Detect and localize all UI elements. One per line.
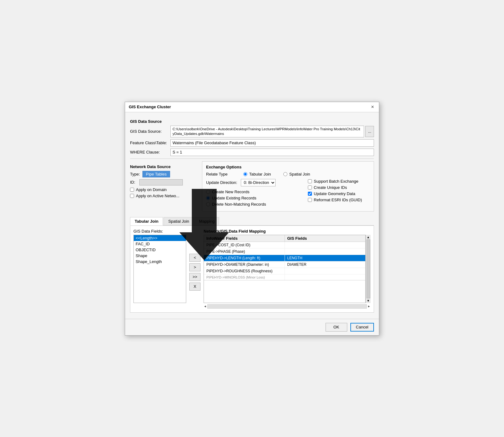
mapping-cell-gis bbox=[285, 242, 366, 248]
browse-button[interactable]: ... bbox=[365, 126, 374, 137]
mapping-cell-gis: LENGTH bbox=[285, 255, 366, 261]
feature-class-input[interactable] bbox=[170, 139, 374, 147]
where-clause-label: WHERE Clause: bbox=[130, 150, 170, 154]
tabular-join-radio[interactable] bbox=[243, 172, 247, 176]
where-clause-row: WHERE Clause: bbox=[130, 149, 374, 156]
close-button[interactable]: × bbox=[370, 105, 375, 109]
gis-source-label: GIS Data Source: bbox=[130, 129, 170, 134]
mapping-row[interactable]: PIPE->PHASE (Phase) bbox=[204, 248, 365, 255]
map-right-button[interactable]: > bbox=[189, 263, 200, 271]
tabs-row: Tabular Join Spatial Join Mapping bbox=[130, 217, 374, 226]
options-right: Support Batch Exchange Create Unique IDs… bbox=[308, 179, 370, 204]
create-unique-label: Create Unique IDs bbox=[314, 185, 347, 190]
gis-data-source-section-label: GIS Data Source bbox=[130, 119, 374, 124]
dialog-footer: OK Cancel bbox=[125, 319, 379, 335]
mapping-row-selected[interactable]: PIPEHYD->LENGTH (Length: ft) LENGTH bbox=[204, 255, 365, 261]
relate-type-row: Relate Type Tabular Join Spatial Join bbox=[206, 172, 370, 176]
network-data-source-label: Network Data Source bbox=[130, 164, 198, 169]
update-records-radio[interactable] bbox=[206, 196, 210, 200]
header-infowater: InfoWater Fields bbox=[204, 235, 285, 242]
dialog-title: GIS Exchange Cluster bbox=[129, 105, 171, 109]
update-geometry-checkbox[interactable] bbox=[308, 192, 312, 196]
create-unique-row: Create Unique IDs bbox=[308, 185, 370, 190]
type-value: Pipe Tables bbox=[142, 171, 170, 177]
tab-mapping[interactable]: Mapping bbox=[195, 217, 219, 225]
reformat-esri-label: Reformat ESRI IDs (GUID) bbox=[314, 198, 362, 202]
mapping-cell-infowater: PIPEHYD->DIAMETER (Diameter: in) bbox=[204, 261, 285, 268]
mapping-row[interactable]: PIPEHYD->MINORLOSS (Minor Loss) bbox=[204, 274, 365, 280]
cancel-button[interactable]: Cancel bbox=[350, 323, 374, 332]
gis-exchange-dialog: GIS Exchange Cluster × GIS Data Source G… bbox=[125, 102, 379, 336]
scroll-up-arrow[interactable]: ▲ bbox=[367, 235, 370, 239]
main-content: Network Data Source Type: Pipe Tables ID… bbox=[130, 161, 374, 214]
mapping-cell-infowater: PIPE->PHASE (Phase) bbox=[204, 248, 285, 255]
network-type-row: Type: Pipe Tables bbox=[130, 171, 198, 177]
spatial-join-label: Spatial Join bbox=[289, 172, 310, 176]
gis-source-row: GIS Data Source: C:\Users\solberk\OneDri… bbox=[130, 126, 374, 137]
id-row: ID: bbox=[130, 179, 198, 185]
options-left: Update Direction: 0: Bi-Direction Create… bbox=[206, 179, 303, 208]
list-item[interactable]: FAC_ID bbox=[134, 241, 186, 247]
apply-active-checkbox[interactable] bbox=[130, 194, 134, 198]
mapping-table-container: InfoWater Fields GIS Fields PIPE->COST_I… bbox=[204, 235, 371, 303]
list-item[interactable]: Shape_Length bbox=[134, 259, 186, 265]
list-item[interactable]: Shape bbox=[134, 253, 186, 259]
scroll-left-arrow[interactable]: ◄ bbox=[204, 305, 207, 308]
where-clause-input[interactable] bbox=[170, 149, 374, 156]
gis-fields-panel: GIS Data Fields: <<Length>> FAC_ID OBJEC… bbox=[133, 229, 186, 309]
update-direction-row: Update Direction: 0: Bi-Direction bbox=[206, 179, 303, 186]
delete-records-radio[interactable] bbox=[206, 202, 210, 206]
map-left-button[interactable]: < bbox=[189, 254, 200, 262]
update-records-label: Update Existing Records bbox=[212, 196, 256, 200]
create-unique-checkbox[interactable] bbox=[308, 185, 312, 190]
scroll-indicator[interactable]: ▲ ▼ bbox=[366, 235, 371, 303]
tabular-join-radio-row: Tabular Join bbox=[243, 172, 271, 176]
gis-fields-listbox[interactable]: <<Length>> FAC_ID OBJECTID Shape Shape_L… bbox=[133, 235, 186, 303]
apply-domain-checkbox[interactable] bbox=[130, 188, 134, 192]
header-gis: GIS Fields bbox=[285, 235, 366, 242]
right-panel: Exchange Options Relate Type Tabular Joi… bbox=[202, 161, 374, 214]
delete-records-row: Delete Non-Matching Records bbox=[206, 202, 303, 207]
reformat-esri-checkbox[interactable] bbox=[308, 198, 312, 202]
map-remove-button[interactable]: X bbox=[189, 283, 200, 291]
exchange-options-box: Exchange Options Relate Type Tabular Joi… bbox=[202, 161, 374, 212]
scroll-track[interactable] bbox=[207, 304, 367, 309]
support-batch-checkbox[interactable] bbox=[308, 179, 312, 183]
list-item[interactable]: <<Length>> bbox=[134, 235, 186, 241]
update-records-row: Update Existing Records bbox=[206, 196, 303, 200]
scroll-right-arrow[interactable]: ► bbox=[367, 305, 371, 308]
apply-domain-row: Apply on Domain bbox=[130, 187, 198, 192]
mapping-row[interactable]: PIPE->COST_ID (Cost ID) bbox=[204, 242, 365, 248]
reformat-esri-row: Reformat ESRI IDs (GUID) bbox=[308, 198, 370, 202]
list-item[interactable]: OBJECTID bbox=[134, 247, 186, 253]
options-content-row: Update Direction: 0: Bi-Direction Create… bbox=[206, 179, 370, 208]
mapping-row[interactable]: PIPEHYD->ROUGHNESS (Roughness) bbox=[204, 268, 365, 274]
relate-type-label: Relate Type bbox=[206, 172, 237, 176]
apply-active-label: Apply on Active Netwo... bbox=[136, 194, 179, 198]
feature-class-label: Feature Class\Table: bbox=[130, 140, 170, 145]
title-bar: GIS Exchange Cluster × bbox=[125, 102, 379, 112]
scroll-down-arrow[interactable]: ▼ bbox=[367, 299, 370, 302]
mapping-row[interactable]: PIPEHYD->DIAMETER (Diameter: in) DIAMETE… bbox=[204, 261, 365, 268]
mapping-cell-gis bbox=[285, 268, 366, 274]
id-input[interactable] bbox=[139, 179, 183, 185]
ok-button[interactable]: OK bbox=[326, 323, 347, 332]
support-batch-row: Support Batch Exchange bbox=[308, 179, 370, 184]
update-direction-select[interactable]: 0: Bi-Direction bbox=[241, 179, 276, 186]
dialog-body: GIS Data Source GIS Data Source: C:\User… bbox=[125, 112, 379, 316]
update-geometry-row: Update Geometry Data bbox=[308, 191, 370, 196]
gis-source-path[interactable]: C:\Users\solberk\OneDrive - Autodesk\Des… bbox=[170, 126, 364, 137]
map-right-all-button[interactable]: >> bbox=[189, 273, 200, 281]
tab-tabular-join[interactable]: Tabular Join bbox=[130, 217, 163, 225]
mapping-cell-gis: DIAMETER bbox=[285, 261, 366, 268]
feature-class-row: Feature Class\Table: bbox=[130, 139, 374, 147]
tab-spatial-join[interactable]: Spatial Join bbox=[164, 217, 194, 225]
field-mapping-panel: Network/GIS Data Field Mapping InfoWater… bbox=[204, 229, 371, 309]
mapping-cell-gis bbox=[285, 274, 366, 280]
mapping-table[interactable]: InfoWater Fields GIS Fields PIPE->COST_I… bbox=[204, 235, 366, 303]
create-records-radio[interactable] bbox=[206, 190, 210, 194]
spatial-join-radio[interactable] bbox=[283, 172, 287, 176]
mapping-cell-infowater: PIPEHYD->LENGTH (Length: ft) bbox=[204, 255, 285, 261]
support-batch-label: Support Batch Exchange bbox=[314, 179, 358, 184]
bottom-scrollbar: ◄ ► bbox=[204, 304, 371, 309]
